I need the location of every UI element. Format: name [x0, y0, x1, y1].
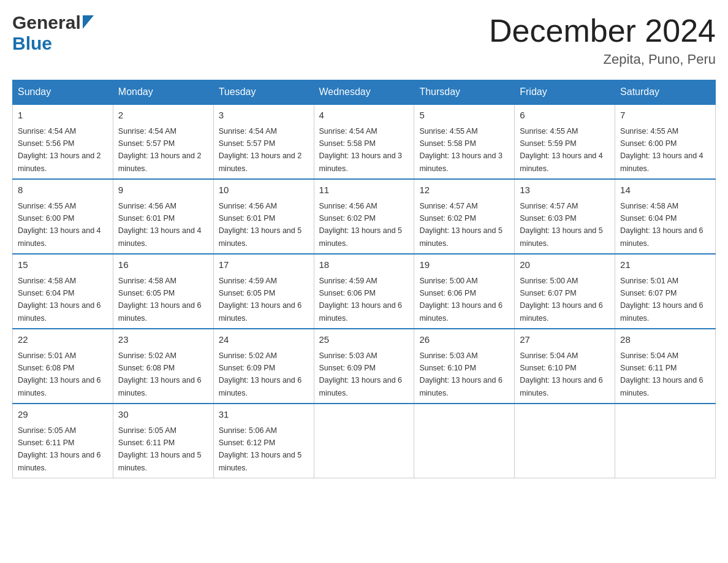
day-info: Sunrise: 4:59 AM Sunset: 6:06 PM Dayligh… — [319, 277, 403, 323]
day-number: 21 — [620, 258, 710, 272]
day-number: 20 — [520, 258, 610, 272]
day-info: Sunrise: 4:57 AM Sunset: 6:03 PM Dayligh… — [520, 202, 603, 248]
calendar-cell: 1 Sunrise: 4:54 AM Sunset: 5:56 PM Dayli… — [13, 104, 113, 179]
calendar-cell: 19 Sunrise: 5:00 AM Sunset: 6:06 PM Dayl… — [414, 254, 515, 329]
day-info: Sunrise: 5:00 AM Sunset: 6:07 PM Dayligh… — [520, 277, 603, 323]
logo: General Blue — [12, 12, 94, 54]
calendar-cell: 22 Sunrise: 5:01 AM Sunset: 6:08 PM Dayl… — [13, 329, 113, 404]
day-info: Sunrise: 4:59 AM Sunset: 6:05 PM Dayligh… — [219, 277, 302, 323]
day-number: 19 — [419, 258, 509, 272]
logo-blue-text: Blue — [12, 33, 52, 53]
calendar-cell: 7 Sunrise: 4:55 AM Sunset: 6:00 PM Dayli… — [615, 104, 716, 179]
day-number: 31 — [219, 408, 309, 422]
day-number: 29 — [18, 408, 108, 422]
calendar-week-4: 22 Sunrise: 5:01 AM Sunset: 6:08 PM Dayl… — [13, 329, 716, 404]
column-header-saturday: Saturday — [615, 80, 716, 105]
day-info: Sunrise: 5:01 AM Sunset: 6:08 PM Dayligh… — [18, 351, 101, 397]
calendar-cell — [515, 404, 615, 478]
day-number: 9 — [118, 183, 208, 197]
calendar-cell: 5 Sunrise: 4:55 AM Sunset: 5:58 PM Dayli… — [414, 104, 515, 179]
day-number: 15 — [18, 258, 108, 272]
day-number: 27 — [520, 333, 610, 347]
day-info: Sunrise: 5:05 AM Sunset: 6:11 PM Dayligh… — [118, 426, 202, 472]
day-info: Sunrise: 4:54 AM Sunset: 5:58 PM Dayligh… — [319, 127, 403, 173]
day-number: 8 — [18, 183, 108, 197]
column-header-thursday: Thursday — [414, 80, 515, 105]
logo-general-text: General — [12, 12, 81, 33]
calendar-cell — [615, 404, 716, 478]
calendar-cell — [414, 404, 515, 478]
day-number: 12 — [419, 183, 509, 197]
calendar-week-5: 29 Sunrise: 5:05 AM Sunset: 6:11 PM Dayl… — [13, 404, 716, 478]
day-info: Sunrise: 4:57 AM Sunset: 6:02 PM Dayligh… — [419, 202, 502, 248]
day-number: 18 — [319, 258, 409, 272]
day-info: Sunrise: 4:55 AM Sunset: 5:59 PM Dayligh… — [520, 127, 603, 173]
day-info: Sunrise: 5:02 AM Sunset: 6:09 PM Dayligh… — [219, 351, 302, 397]
day-number: 17 — [219, 258, 309, 272]
calendar-cell: 28 Sunrise: 5:04 AM Sunset: 6:11 PM Dayl… — [615, 329, 716, 404]
calendar-cell: 27 Sunrise: 5:04 AM Sunset: 6:10 PM Dayl… — [515, 329, 615, 404]
day-number: 11 — [319, 183, 409, 197]
day-number: 23 — [118, 333, 208, 347]
calendar-subtitle: Zepita, Puno, Peru — [489, 52, 716, 67]
calendar-cell: 26 Sunrise: 5:03 AM Sunset: 6:10 PM Dayl… — [414, 329, 515, 404]
column-header-friday: Friday — [515, 80, 615, 105]
day-info: Sunrise: 4:55 AM Sunset: 6:00 PM Dayligh… — [620, 127, 703, 173]
day-info: Sunrise: 4:54 AM Sunset: 5:56 PM Dayligh… — [18, 127, 101, 173]
calendar-cell: 25 Sunrise: 5:03 AM Sunset: 6:09 PM Dayl… — [314, 329, 414, 404]
day-info: Sunrise: 5:04 AM Sunset: 6:11 PM Dayligh… — [620, 351, 703, 397]
calendar-cell: 15 Sunrise: 4:58 AM Sunset: 6:04 PM Dayl… — [13, 254, 113, 329]
day-number: 26 — [419, 333, 509, 347]
calendar-cell — [314, 404, 414, 478]
day-info: Sunrise: 4:55 AM Sunset: 6:00 PM Dayligh… — [18, 202, 101, 248]
day-number: 16 — [118, 258, 208, 272]
day-info: Sunrise: 4:54 AM Sunset: 5:57 PM Dayligh… — [118, 127, 202, 173]
day-number: 2 — [118, 109, 208, 123]
day-number: 4 — [319, 109, 409, 123]
day-info: Sunrise: 4:58 AM Sunset: 6:05 PM Dayligh… — [118, 277, 202, 323]
day-number: 14 — [620, 183, 710, 197]
calendar-cell: 8 Sunrise: 4:55 AM Sunset: 6:00 PM Dayli… — [13, 179, 113, 254]
calendar-cell: 17 Sunrise: 4:59 AM Sunset: 6:05 PM Dayl… — [213, 254, 314, 329]
day-info: Sunrise: 4:58 AM Sunset: 6:04 PM Dayligh… — [620, 202, 703, 248]
calendar-table: SundayMondayTuesdayWednesdayThursdayFrid… — [12, 80, 716, 478]
calendar-week-3: 15 Sunrise: 4:58 AM Sunset: 6:04 PM Dayl… — [13, 254, 716, 329]
day-number: 10 — [219, 183, 309, 197]
logo-arrow-icon — [83, 15, 94, 31]
day-number: 5 — [419, 109, 509, 123]
day-number: 24 — [219, 333, 309, 347]
day-info: Sunrise: 5:03 AM Sunset: 6:09 PM Dayligh… — [319, 351, 403, 397]
calendar-cell: 9 Sunrise: 4:56 AM Sunset: 6:01 PM Dayli… — [113, 179, 213, 254]
calendar-cell: 12 Sunrise: 4:57 AM Sunset: 6:02 PM Dayl… — [414, 179, 515, 254]
day-info: Sunrise: 4:54 AM Sunset: 5:57 PM Dayligh… — [219, 127, 302, 173]
calendar-week-2: 8 Sunrise: 4:55 AM Sunset: 6:00 PM Dayli… — [13, 179, 716, 254]
calendar-cell: 30 Sunrise: 5:05 AM Sunset: 6:11 PM Dayl… — [113, 404, 213, 478]
calendar-cell: 20 Sunrise: 5:00 AM Sunset: 6:07 PM Dayl… — [515, 254, 615, 329]
calendar-cell: 3 Sunrise: 4:54 AM Sunset: 5:57 PM Dayli… — [213, 104, 314, 179]
page-header: General Blue December 2024 Zepita, Puno,… — [12, 12, 716, 67]
calendar-cell: 29 Sunrise: 5:05 AM Sunset: 6:11 PM Dayl… — [13, 404, 113, 478]
calendar-title: December 2024 — [489, 12, 716, 49]
calendar-week-1: 1 Sunrise: 4:54 AM Sunset: 5:56 PM Dayli… — [13, 104, 716, 179]
day-number: 28 — [620, 333, 710, 347]
day-number: 22 — [18, 333, 108, 347]
title-area: December 2024 Zepita, Puno, Peru — [489, 12, 716, 67]
day-info: Sunrise: 4:56 AM Sunset: 6:02 PM Dayligh… — [319, 202, 403, 248]
calendar-cell: 31 Sunrise: 5:06 AM Sunset: 6:12 PM Dayl… — [213, 404, 314, 478]
calendar-cell: 6 Sunrise: 4:55 AM Sunset: 5:59 PM Dayli… — [515, 104, 615, 179]
day-number: 25 — [319, 333, 409, 347]
column-header-monday: Monday — [113, 80, 213, 105]
day-number: 7 — [620, 109, 710, 123]
day-info: Sunrise: 4:56 AM Sunset: 6:01 PM Dayligh… — [118, 202, 202, 248]
day-info: Sunrise: 4:58 AM Sunset: 6:04 PM Dayligh… — [18, 277, 101, 323]
day-number: 3 — [219, 109, 309, 123]
day-number: 6 — [520, 109, 610, 123]
column-header-sunday: Sunday — [13, 80, 113, 105]
day-number: 1 — [18, 109, 108, 123]
calendar-header-row: SundayMondayTuesdayWednesdayThursdayFrid… — [13, 80, 716, 105]
day-info: Sunrise: 5:06 AM Sunset: 6:12 PM Dayligh… — [219, 426, 302, 472]
day-number: 13 — [520, 183, 610, 197]
calendar-cell: 4 Sunrise: 4:54 AM Sunset: 5:58 PM Dayli… — [314, 104, 414, 179]
day-number: 30 — [118, 408, 208, 422]
calendar-cell: 16 Sunrise: 4:58 AM Sunset: 6:05 PM Dayl… — [113, 254, 213, 329]
